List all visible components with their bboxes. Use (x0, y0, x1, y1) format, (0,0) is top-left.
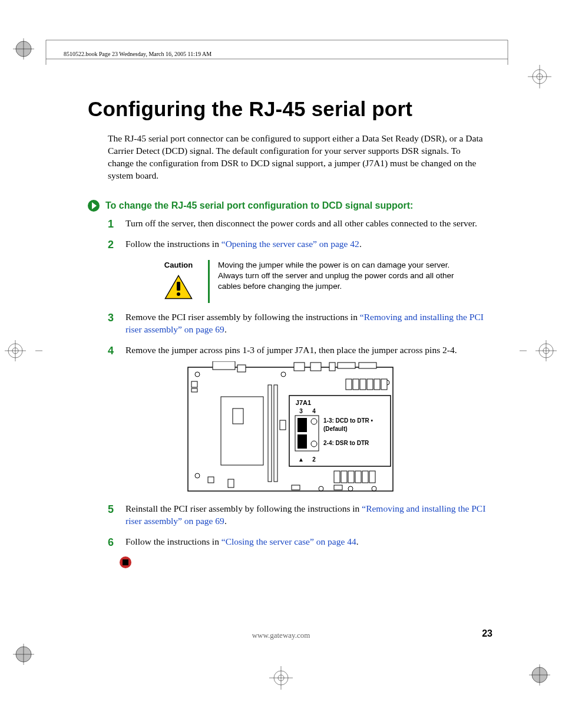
caution-separator (208, 260, 210, 303)
svg-rect-54 (268, 385, 272, 482)
svg-rect-64 (341, 471, 347, 483)
procedure-heading: To change the RJ-45 serial port configur… (105, 200, 413, 211)
step-3-pre: Remove the PCI riser assembly by followi… (125, 312, 360, 322)
svg-rect-59 (360, 379, 366, 390)
svg-rect-42 (338, 363, 355, 368)
caution-label: Caution (154, 260, 203, 271)
running-head: 8510522.book Page 23 Wednesday, March 16… (64, 51, 211, 57)
xref-open-case[interactable]: “Opening the server case” on page 42 (222, 239, 359, 249)
step-5: Reinstall the PCI riser assembly by foll… (108, 503, 488, 528)
svg-rect-34 (177, 282, 180, 291)
svg-rect-40 (310, 363, 321, 371)
footer-url: www.gateway.com (0, 631, 562, 640)
svg-rect-62 (381, 379, 387, 390)
svg-rect-48 (221, 397, 263, 465)
svg-rect-76 (297, 418, 307, 432)
svg-rect-41 (329, 363, 335, 371)
svg-rect-68 (369, 471, 375, 483)
svg-rect-60 (367, 379, 373, 390)
step-2-pre: Follow the instructions in (125, 239, 222, 249)
svg-point-4 (16, 41, 31, 57)
svg-rect-57 (346, 379, 352, 390)
caution-left: Caution (154, 260, 208, 303)
svg-point-12 (8, 344, 22, 358)
svg-rect-55 (274, 385, 277, 482)
procedure-heading-row: To change the RJ-45 serial port configur… (88, 200, 488, 212)
svg-rect-56 (280, 420, 286, 430)
step-4: Remove the jumper across pins 1-3 of jum… (108, 344, 488, 493)
step-6-pre: Follow the instructions in (125, 536, 222, 546)
svg-point-19 (543, 348, 549, 354)
svg-rect-38 (237, 365, 246, 372)
diagram-pin-2: 2 (312, 456, 316, 463)
svg-rect-51 (191, 388, 197, 392)
board-diagram: J7A1 3 4 ▲ 2 1-3: DCD to DTR • (Default)… (184, 361, 488, 493)
svg-rect-53 (228, 479, 234, 487)
svg-point-16 (539, 344, 553, 358)
caution-text: Moving the jumper while the power is on … (218, 260, 465, 292)
svg-rect-69 (292, 485, 300, 490)
step-5-pre: Reinstall the PCI riser assembly by foll… (125, 503, 362, 513)
svg-point-8 (533, 70, 547, 84)
svg-point-15 (12, 348, 18, 354)
page-title: Configuring the RJ-45 serial port (88, 97, 488, 121)
step-6: Follow the instructions in “Closing the … (108, 536, 488, 548)
page-number: 23 (482, 628, 492, 639)
step-3-post: . (224, 324, 227, 334)
step-5-post: . (224, 516, 227, 526)
step-4-text: Remove the jumper across pins 1-3 of jum… (125, 345, 457, 355)
step-6-post: . (356, 536, 359, 546)
diagram-title: J7A1 (296, 399, 311, 406)
svg-point-21 (16, 647, 31, 662)
intro-paragraph: The RJ-45 serial port connector can be c… (108, 133, 488, 182)
diagram-line-2: 2-4: DSR to DTR (323, 440, 369, 446)
svg-point-11 (537, 74, 543, 80)
caution-block: Caution Moving the jumper while the powe… (154, 260, 488, 303)
svg-point-24 (274, 671, 288, 685)
diagram-line-1b: (Default) (323, 426, 348, 432)
step-2-post: . (359, 239, 362, 249)
step-2: Follow the instructions in “Opening the … (108, 238, 488, 303)
svg-point-20 (16, 647, 31, 662)
svg-text:▲: ▲ (298, 456, 304, 463)
svg-rect-52 (208, 477, 214, 483)
svg-point-79 (311, 441, 317, 447)
svg-point-28 (532, 667, 547, 683)
svg-point-27 (278, 675, 284, 681)
svg-rect-65 (348, 471, 354, 483)
svg-rect-61 (374, 379, 380, 390)
step-list: Turn off the server, then disconnect the… (108, 218, 488, 548)
svg-rect-70 (334, 485, 342, 490)
stop-icon (120, 556, 131, 568)
page-content: Configuring the RJ-45 serial port The RJ… (88, 97, 488, 568)
caution-icon (164, 275, 193, 299)
play-icon (88, 200, 100, 212)
page: 8510522.book Page 23 Wednesday, March 16… (0, 0, 562, 728)
svg-rect-67 (362, 471, 368, 483)
svg-rect-37 (213, 361, 235, 370)
svg-rect-39 (294, 363, 305, 371)
step-1: Turn off the server, then disconnect the… (108, 218, 488, 230)
svg-rect-66 (355, 471, 361, 483)
svg-rect-58 (353, 379, 359, 390)
svg-point-35 (177, 292, 180, 296)
svg-point-5 (16, 41, 31, 57)
diagram-pin-4: 4 (312, 408, 316, 414)
svg-point-77 (311, 419, 317, 424)
svg-rect-50 (191, 381, 197, 387)
svg-point-29 (532, 667, 547, 683)
diagram-pin-3: 3 (299, 408, 303, 414)
svg-rect-63 (334, 471, 340, 483)
svg-rect-43 (359, 363, 376, 368)
svg-rect-49 (233, 409, 243, 424)
step-3: Remove the PCI riser assembly by followi… (108, 311, 488, 336)
xref-close-case[interactable]: “Closing the server case” on page 44 (222, 536, 356, 546)
svg-rect-78 (297, 434, 307, 449)
step-1-text: Turn off the server, then disconnect the… (125, 218, 477, 228)
diagram-line-1: 1-3: DCD to DTR • (323, 417, 373, 424)
